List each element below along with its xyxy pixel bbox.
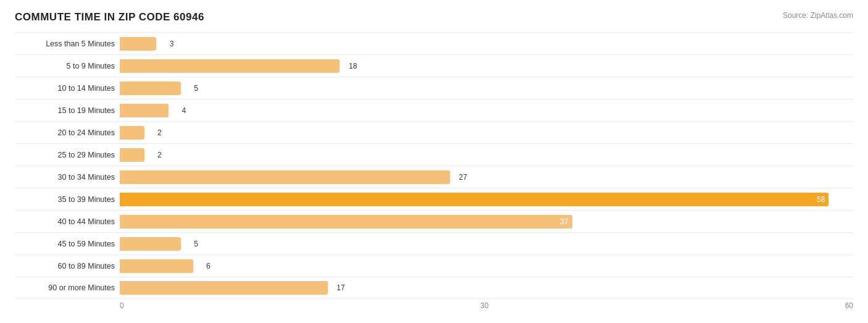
- chart-container: COMMUTE TIME IN ZIP CODE 60946 Source: Z…: [0, 0, 868, 323]
- table-row: 45 to 59 Minutes5: [15, 232, 853, 254]
- bar: 17: [120, 281, 328, 295]
- bar-value: 37: [560, 217, 568, 226]
- table-row: 40 to 44 Minutes37: [15, 210, 853, 232]
- bar-label: 60 to 89 Minutes: [15, 262, 120, 271]
- x-axis-label: 0: [120, 301, 124, 310]
- x-axis-label: 30: [480, 301, 488, 310]
- bar-area: 6: [120, 255, 853, 277]
- bar-value: 2: [157, 128, 162, 137]
- bar-value: 3: [170, 40, 174, 48]
- bar: 5: [120, 82, 181, 95]
- bar: 6: [120, 259, 193, 273]
- table-row: 60 to 89 Minutes6: [15, 254, 853, 277]
- bar: 2: [120, 126, 144, 140]
- bar-value: 5: [194, 84, 198, 93]
- bar-value: 6: [206, 262, 211, 271]
- bar-area: 18: [120, 55, 853, 77]
- bar-value: 4: [182, 106, 186, 115]
- bar-label: 35 to 39 Minutes: [15, 195, 120, 204]
- bar-value: 17: [336, 283, 344, 292]
- bar-label: 10 to 14 Minutes: [15, 84, 120, 93]
- bar-area: 5: [120, 233, 853, 254]
- bar: 37: [120, 215, 572, 229]
- bar-value: 58: [817, 195, 825, 204]
- table-row: 30 to 34 Minutes27: [15, 166, 853, 188]
- bar-value: 2: [157, 151, 162, 159]
- bar-area: 2: [120, 122, 853, 143]
- bar: 5: [120, 237, 181, 251]
- bar-label: 15 to 19 Minutes: [15, 106, 120, 115]
- bar-area: 2: [120, 144, 853, 166]
- bar-label: 40 to 44 Minutes: [15, 217, 120, 226]
- bar: 18: [120, 59, 340, 73]
- bar: 2: [120, 148, 144, 162]
- chart-body: Less than 5 Minutes35 to 9 Minutes1810 t…: [15, 32, 853, 310]
- bar: 4: [120, 104, 169, 117]
- x-axis: 03060: [120, 301, 853, 310]
- chart-title: COMMUTE TIME IN ZIP CODE 60946: [15, 11, 204, 23]
- table-row: 90 or more Minutes17: [15, 277, 853, 299]
- x-axis-labels: 03060: [120, 301, 853, 310]
- bar-value: 5: [194, 240, 198, 248]
- bar-area: 5: [120, 77, 853, 99]
- bar-area: 37: [120, 211, 853, 232]
- table-row: Less than 5 Minutes3: [15, 32, 853, 54]
- bar-label: 30 to 34 Minutes: [15, 173, 120, 182]
- bar-label: 5 to 9 Minutes: [15, 62, 120, 70]
- bar-rows: Less than 5 Minutes35 to 9 Minutes1810 t…: [15, 32, 853, 299]
- bar-label: 20 to 24 Minutes: [15, 128, 120, 137]
- chart-source: Source: ZipAtlas.com: [783, 11, 853, 20]
- table-row: 35 to 39 Minutes58: [15, 188, 853, 210]
- table-row: 25 to 29 Minutes2: [15, 143, 853, 166]
- bar-label: Less than 5 Minutes: [15, 40, 120, 48]
- table-row: 15 to 19 Minutes4: [15, 99, 853, 121]
- bar: 58: [120, 193, 828, 206]
- bar-area: 58: [120, 188, 853, 210]
- chart-header: COMMUTE TIME IN ZIP CODE 60946 Source: Z…: [15, 11, 853, 23]
- bar-area: 27: [120, 166, 853, 188]
- bar: 27: [120, 170, 450, 184]
- bar: 3: [120, 37, 156, 51]
- bar-value: 27: [459, 173, 467, 182]
- table-row: 20 to 24 Minutes2: [15, 121, 853, 143]
- x-axis-label: 60: [845, 301, 853, 310]
- bar-area: 3: [120, 33, 853, 54]
- table-row: 10 to 14 Minutes5: [15, 77, 853, 99]
- bar-label: 45 to 59 Minutes: [15, 240, 120, 248]
- bar-value: 18: [349, 62, 357, 70]
- bar-label: 25 to 29 Minutes: [15, 151, 120, 159]
- bar-area: 17: [120, 277, 853, 298]
- table-row: 5 to 9 Minutes18: [15, 54, 853, 77]
- bar-area: 4: [120, 99, 853, 121]
- bar-label: 90 or more Minutes: [15, 283, 120, 292]
